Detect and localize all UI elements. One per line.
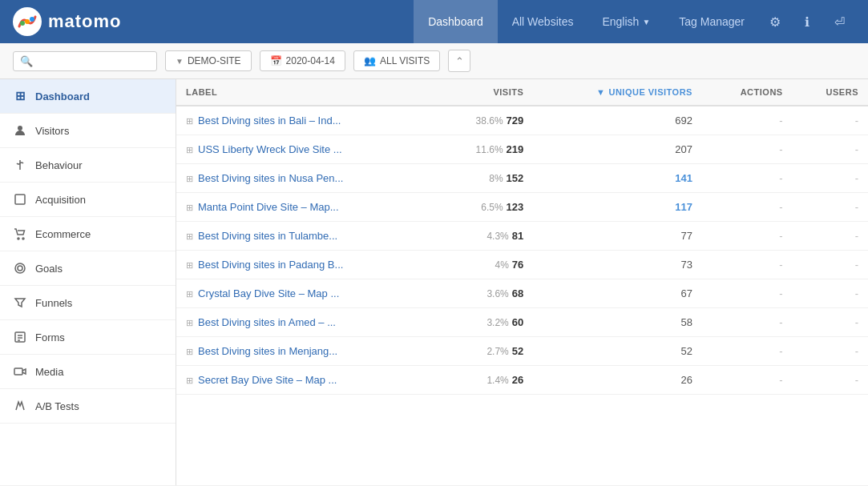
label-link[interactable]: Crystal Bay Dive Site – Map ...: [198, 287, 339, 299]
site-selector-button[interactable]: ▼ DEMO-SITE: [165, 50, 252, 71]
sidebar-item-label: Dashboard: [35, 90, 90, 102]
segment-button[interactable]: 👥 ALL VISITS: [353, 50, 440, 71]
nav-dashboard[interactable]: Dashboard: [414, 0, 498, 43]
table-cell-label: ⊞Best Diving sites in Padang B...: [176, 251, 435, 279]
nav-language[interactable]: English ▼: [587, 0, 664, 43]
svg-point-2: [25, 19, 30, 24]
nav-tag-manager[interactable]: Tag Manager: [664, 0, 759, 43]
table-cell-visits: 4.3%81: [435, 222, 534, 251]
sidebar-item-media[interactable]: Media: [0, 355, 176, 389]
sidebar-item-label: Acquisition: [35, 194, 86, 206]
row-expand-icon[interactable]: ⊞: [186, 145, 193, 155]
table-cell-users: -: [793, 164, 868, 193]
table-cell-visits: 11.6%219: [435, 135, 534, 164]
table-cell-label: ⊞Best Diving sites in Amed – ...: [176, 308, 435, 337]
logo-icon: [13, 7, 42, 36]
table-cell-label: ⊞Crystal Bay Dive Site – Map ...: [176, 279, 435, 308]
sidebar-item-acquisition[interactable]: Acquisition: [0, 183, 176, 217]
table-row: ⊞Secret Bay Dive Site – Map ...1.4%2626-…: [176, 366, 868, 395]
sidebar-item-goals[interactable]: Goals: [0, 251, 176, 286]
svg-point-6: [18, 238, 19, 239]
table-cell-actions: -: [702, 279, 793, 308]
table-header-row: LABEL VISITS ▼UNIQUE VISITORS ACTIONS US…: [176, 79, 868, 106]
collapse-button[interactable]: ⌃: [448, 50, 470, 72]
row-expand-icon[interactable]: ⊞: [186, 203, 193, 212]
visitors-icon: [13, 123, 27, 138]
label-link[interactable]: Best Diving sites in Padang B...: [198, 259, 343, 271]
sidebar-item-funnels[interactable]: Funnels: [0, 286, 176, 320]
search-box[interactable]: 🔍: [13, 51, 157, 71]
app-name: matomo: [48, 11, 122, 32]
table-cell-actions: -: [702, 164, 793, 193]
sidebar-item-forms[interactable]: Forms: [0, 320, 176, 355]
label-link[interactable]: USS Liberty Wreck Dive Site ...: [198, 143, 342, 155]
sidebar-item-label: Behaviour: [35, 159, 83, 171]
funnels-icon: [13, 295, 27, 310]
table-cell-users: -: [793, 106, 868, 135]
label-link[interactable]: Secret Bay Dive Site – Map ...: [198, 374, 337, 386]
sidebar-item-behaviour[interactable]: Behaviour: [0, 148, 176, 183]
sidebar-item-label: Goals: [35, 263, 63, 275]
sidebar-item-label: Media: [35, 366, 63, 378]
table-cell-unique: 141: [533, 164, 702, 193]
table-cell-users: -: [793, 135, 868, 164]
table-cell-users: -: [793, 279, 868, 308]
label-link[interactable]: Best Diving sites in Nusa Pen...: [198, 172, 343, 184]
dashboard-icon: ⊞: [13, 89, 27, 103]
ab-tests-icon: [13, 399, 27, 413]
table-cell-unique: 77: [533, 222, 702, 251]
date-picker-button[interactable]: 📅 2020-04-14: [260, 50, 345, 71]
search-input[interactable]: [36, 55, 148, 67]
sidebar-item-visitors[interactable]: Visitors: [0, 114, 176, 148]
row-expand-icon[interactable]: ⊞: [186, 174, 193, 183]
row-expand-icon[interactable]: ⊞: [186, 116, 193, 126]
table-cell-label: ⊞Best Diving sites in Nusa Pen...: [176, 164, 435, 193]
row-expand-icon[interactable]: ⊞: [186, 318, 193, 327]
label-link[interactable]: Best Diving sites in Amed – ...: [198, 316, 336, 328]
goals-icon: [13, 261, 27, 275]
col-header-users[interactable]: USERS: [793, 79, 868, 106]
table-cell-actions: -: [702, 135, 793, 164]
label-link[interactable]: Best Diving sites in Bali – Ind...: [198, 114, 341, 127]
table-cell-actions: -: [702, 308, 793, 337]
col-header-label[interactable]: LABEL: [176, 79, 435, 106]
row-expand-icon[interactable]: ⊞: [186, 231, 193, 241]
table-cell-users: -: [793, 251, 868, 279]
row-expand-icon[interactable]: ⊞: [186, 376, 193, 385]
search-icon: 🔍: [20, 55, 33, 67]
table-cell-visits: 8%152: [435, 164, 534, 193]
nav-all-websites[interactable]: All Websites: [498, 0, 588, 43]
col-header-actions[interactable]: ACTIONS: [702, 79, 793, 106]
row-expand-icon[interactable]: ⊞: [186, 347, 193, 356]
label-link[interactable]: Best Diving sites in Tulambe...: [198, 230, 337, 242]
label-link[interactable]: Manta Point Dive Site – Map...: [198, 201, 339, 213]
table-cell-unique: 207: [533, 135, 702, 164]
col-header-unique-visitors[interactable]: ▼UNIQUE VISITORS: [533, 79, 702, 106]
row-expand-icon[interactable]: ⊞: [186, 260, 193, 270]
table-cell-unique: 26: [533, 366, 702, 395]
logout-icon[interactable]: ⏎: [823, 0, 855, 43]
sidebar-item-label: A/B Tests: [35, 400, 79, 412]
forms-icon: [13, 330, 27, 344]
sidebar-item-label: Funnels: [35, 297, 72, 309]
table-cell-visits: 1.4%26: [435, 366, 534, 395]
table-cell-actions: -: [702, 251, 793, 279]
site-selector-arrow: ▼: [176, 57, 184, 66]
label-link[interactable]: Best Diving sites in Menjang...: [198, 345, 337, 357]
data-table: LABEL VISITS ▼UNIQUE VISITORS ACTIONS US…: [176, 79, 868, 395]
svg-point-8: [15, 263, 25, 273]
sidebar-item-dashboard[interactable]: ⊞ Dashboard: [0, 79, 176, 114]
sidebar-item-ecommerce[interactable]: Ecommerce: [0, 217, 176, 251]
col-header-visits[interactable]: VISITS: [435, 79, 534, 106]
sidebar-item-ab-tests[interactable]: A/B Tests: [0, 389, 176, 424]
segment-icon: 👥: [364, 55, 376, 66]
table-cell-actions: -: [702, 337, 793, 366]
svg-point-3: [30, 17, 34, 22]
table-cell-users: -: [793, 193, 868, 222]
main-layout: ⊞ Dashboard Visitors Behaviour Acquisiti…: [0, 79, 868, 485]
settings-icon[interactable]: ⚙: [759, 0, 791, 43]
top-nav: matomo Dashboard All Websites English ▼ …: [0, 0, 868, 43]
row-expand-icon[interactable]: ⊞: [186, 289, 193, 299]
media-icon: [13, 364, 27, 379]
info-icon[interactable]: ℹ: [791, 0, 823, 43]
